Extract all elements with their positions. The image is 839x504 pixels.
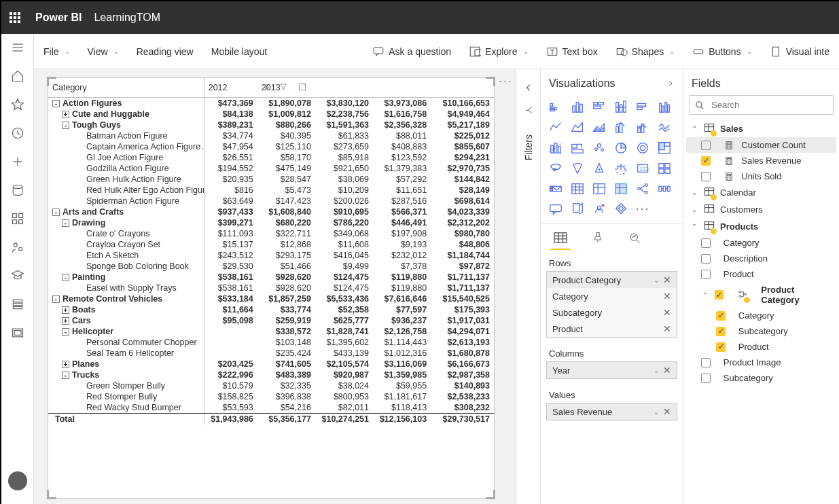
viz-type-3[interactable] [611,98,630,115]
explore-menu[interactable]: Explore⌄ [469,46,528,58]
favorites-icon[interactable] [11,98,24,111]
mobile-layout-button[interactable]: Mobile layout [211,46,268,57]
table-row[interactable]: Captain America Action Figure$47,954$125… [48,141,494,152]
viz-type-31[interactable] [568,200,587,217]
viz-type-20[interactable] [590,159,609,177]
remove-revenue[interactable]: ✕ [663,406,671,417]
tree-row[interactable]: Subcategory [686,323,836,339]
tree-row[interactable]: Product [686,266,836,282]
table-row[interactable]: Seal Team 6 Helicopter$235,424$433,139$1… [48,348,494,359]
table-row[interactable]: Red Wacky Stud Bumper$53,593$54,216$82,0… [48,402,494,414]
table-row[interactable]: GI Joe Action Figure$26,551$58,170$85,91… [48,152,494,163]
apps-icon[interactable] [11,212,24,226]
tree-row[interactable]: ⌄Calendar [686,184,836,201]
tree-row[interactable]: Subcategory [686,370,836,386]
viz-type-26[interactable] [590,179,609,197]
viz-type-34[interactable]: ··· [633,200,652,217]
fields-search-input[interactable] [710,99,827,111]
viz-type-2[interactable] [590,98,609,115]
viz-type-15[interactable] [611,139,630,156]
viz-type-22[interactable]: 123 [633,159,652,177]
deployment-icon[interactable] [11,326,24,340]
table-row[interactable]: +Boats$11,664$33,774$52,358$77,597$175,3… [48,304,494,315]
tree-row[interactable]: Product [686,339,836,355]
viz-type-7[interactable] [568,118,587,136]
app-launcher-icon[interactable] [10,12,20,23]
tree-row[interactable]: ⌄Customers [686,201,836,218]
create-icon[interactable] [11,155,24,168]
table-row[interactable]: Red Hulk Alter Ego Action Figure$816$5,4… [48,185,494,196]
viz-type-23[interactable] [655,159,674,177]
table-row[interactable]: Green Hulk Action Figure$20,935$28,547$3… [48,174,494,185]
viz-type-33[interactable] [611,200,630,217]
rows-item-product[interactable]: Product [552,324,583,334]
ask-question-button[interactable]: Ask a question [372,46,451,58]
remove-product[interactable]: ✕ [663,323,671,334]
file-menu[interactable]: File⌄ [43,46,70,57]
matrix-col-2013[interactable]: 2013 0 [257,78,315,97]
viz-type-4[interactable] [633,98,652,115]
viz-type-24[interactable] [546,179,565,197]
values-item-revenue[interactable]: Sales Revenue [552,407,612,417]
viz-type-28[interactable] [633,179,652,197]
table-row[interactable]: Crayloa Crayon Set$15,137$12,868$11,608$… [48,239,494,250]
tree-row[interactable]: Units Sold [686,168,836,184]
chevron-left-icon[interactable] [524,83,533,92]
viz-type-32[interactable] [590,200,609,217]
datasets-icon[interactable] [11,183,24,197]
filter-icon[interactable] [279,82,288,92]
table-row[interactable]: -Painting$538,161$928,620$124,475$119,88… [48,272,494,283]
table-row[interactable]: Green Stomper Bully$10,579$32,335$38,024… [48,380,494,391]
viz-type-9[interactable] [611,118,630,136]
viz-type-14[interactable] [590,139,609,156]
shapes-menu[interactable]: Shapes⌄ [615,46,675,58]
table-row[interactable]: Crate o' Crayons$111,093$322,711$349,068… [48,228,494,239]
values-well[interactable]: Sales Revenue⌄✕ [546,403,677,420]
fields-tab[interactable] [550,229,571,250]
table-row[interactable]: Godzilla Action Figure$194,552$475,149$9… [48,163,494,174]
visual-interactions-button[interactable]: Visual inte [770,46,829,58]
viz-type-10[interactable] [633,118,652,136]
viz-type-17[interactable] [655,139,674,156]
recent-icon[interactable] [11,126,24,140]
fields-search[interactable] [689,95,834,115]
viz-type-19[interactable] [568,159,587,177]
table-row[interactable]: Red Stomper Bully$158,825$396,838$800,95… [48,391,494,402]
viz-type-18[interactable] [546,159,565,177]
table-row[interactable]: Spiderman Action Figure$63,649$147,423$2… [48,196,494,206]
table-row[interactable]: +Cars$95,098$259,919$625,777$936,237$1,9… [48,315,494,326]
remove-subcategory[interactable]: ✕ [663,307,671,318]
tree-row[interactable]: ⌃Products [686,218,836,235]
table-row[interactable]: Etch A Sketch$243,512$293,175$416,045$23… [48,250,494,261]
workspaces-icon[interactable] [11,298,24,311]
matrix-corner-header[interactable]: Category [48,78,204,97]
filters-pane-collapsed[interactable]: Filters [516,69,540,504]
viz-type-16[interactable] [633,139,652,156]
viz-type-25[interactable] [568,179,587,197]
buttons-menu[interactable]: Buttons⌄ [692,46,751,58]
tree-row[interactable]: Customer Count [686,137,836,153]
table-row[interactable]: +Planes$203,425$741,605$2,105,574$3,116,… [48,359,494,370]
remove-rows-head[interactable]: ✕ [663,274,671,285]
learn-icon[interactable] [11,269,24,283]
rows-well[interactable]: Product Category⌄✕ Category✕ Subcategory… [546,271,677,338]
hamburger-icon[interactable] [11,41,24,54]
table-row[interactable]: +Cute and Huggable$84,138$1,009,812$2,23… [48,109,494,120]
table-row[interactable]: -Action Figures$473,369$1,890,078$3,830,… [48,97,494,109]
matrix-visual[interactable]: ··· Category 2012 2013 [48,77,495,499]
format-tab[interactable] [588,229,607,250]
focus-mode-icon[interactable] [298,82,307,92]
viz-type-27[interactable] [611,179,630,197]
table-row[interactable]: Sponge Bob Coloring Book$29,530$51,466$9… [48,261,494,272]
viz-type-0[interactable] [546,98,565,115]
matrix-col-2012[interactable]: 2012 [204,78,257,97]
table-row[interactable]: Batman Action Figure$34,774$40,395$61,83… [48,130,494,141]
tree-row[interactable]: ⌃Sales [686,120,836,137]
viz-type-8[interactable] [590,118,609,136]
viz-type-6[interactable] [546,118,565,136]
remove-year[interactable]: ✕ [663,365,671,376]
resize-handle-br[interactable] [486,490,495,499]
viz-type-12[interactable] [546,139,565,156]
my-workspace-icon[interactable] [8,471,27,490]
viz-type-11[interactable] [655,118,674,136]
